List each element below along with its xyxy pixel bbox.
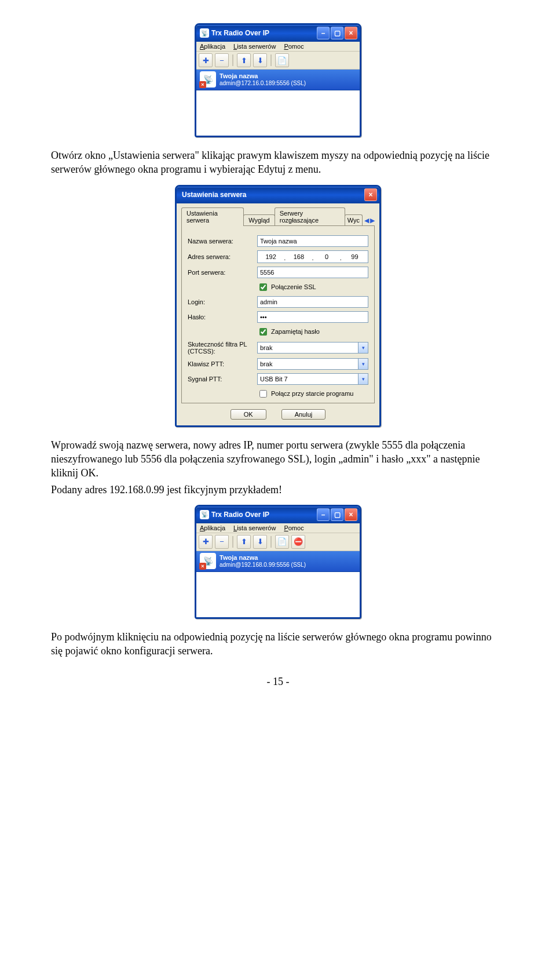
up-icon[interactable]: ⬆ [237,53,251,67]
app-icon: 📡 [200,510,209,519]
tab-clipped[interactable]: Wyc [345,214,363,225]
label-port: Port serwera: [188,269,253,276]
chevron-down-icon[interactable]: ▾ [358,374,368,384]
tab-panel: Nazwa serwera: Adres serwera: . . . Port… [181,225,375,403]
port-input[interactable] [257,267,368,278]
maximize-button[interactable]: ▢ [331,27,343,39]
app-icon: 📡 [200,28,209,38]
label-filter: Skuteczność filtra PL (CTCSS): [188,341,253,355]
cancel-button[interactable]: Anuluj [281,409,326,420]
add-icon[interactable]: ✚ [199,53,213,67]
label-sig: Sygnał PTT: [188,376,253,382]
ssl-checkbox[interactable] [259,283,267,291]
remove-icon[interactable]: − [215,535,229,549]
menu-pomoc[interactable]: Pomoc [284,524,303,531]
menu-lista[interactable]: Lista serwerów [233,43,276,50]
tabs-scroll-left-icon[interactable]: ◀ [364,217,369,224]
window-title: Trx Radio Over IP [211,29,314,37]
label-name: Nazwa serwera: [188,238,253,245]
down-icon[interactable]: ⬇ [253,53,267,67]
server-name-input[interactable] [257,235,368,247]
paragraph-2b: Podany adres 192.168.0.99 jest fikcyjnym… [51,483,505,497]
toolbar: ✚ − ⬆ ⬇ 📄 [196,52,360,70]
password-input[interactable] [257,311,368,323]
menu-lista[interactable]: Lista serwerów [233,524,276,531]
menu-aplikacja[interactable]: Aplikacja [200,524,225,531]
settings-dialog: Ustawienia serwera × Ustawienia serwera … [175,185,381,427]
error-badge-icon: × [199,81,206,88]
login-input[interactable] [257,296,368,308]
main-window-2: 📡 Trx Radio Over IP – ▢ × Aplikacja List… [195,505,361,619]
up-icon[interactable]: ⬆ [237,535,251,549]
client-area [196,572,360,617]
server-list-item[interactable]: 📡× Twoja nazwa admin@172.16.0.189:5556 (… [196,70,360,90]
tabs-scroll-right-icon[interactable]: ▶ [370,217,375,224]
chevron-down-icon[interactable]: ▾ [358,343,368,353]
ptt-select[interactable] [257,358,368,370]
minimize-button[interactable]: – [317,508,330,521]
close-button[interactable]: × [345,508,357,521]
filter-select[interactable] [257,342,368,354]
ip-octet-2[interactable] [314,251,340,263]
ip-input[interactable]: . . . [257,250,368,263]
paragraph-1: Otwórz okno „Ustawienia serwera" klikają… [51,148,505,177]
titlebar[interactable]: 📡 Trx Radio Over IP – ▢ × [196,507,360,523]
window-title: Trx Radio Over IP [211,511,314,519]
doc-icon[interactable]: 📄 [275,535,289,549]
ip-octet-1[interactable] [286,251,312,263]
dialog-close-button[interactable]: × [364,188,377,201]
signal-select[interactable] [257,373,368,385]
doc-icon[interactable]: 📄 [275,53,289,67]
label-addr: Adres serwera: [188,253,253,260]
tab-strip: Ustawienia serwera Wygląd Serwery rozgła… [181,207,375,226]
titlebar[interactable]: 📡 Trx Radio Over IP – ▢ × [196,25,360,42]
main-window-1: 📡 Trx Radio Over IP – ▢ × Aplikacja List… [195,23,361,137]
paragraph-3: Po podwójnym kliknięciu na odpowiednią p… [51,630,505,658]
server-list-item[interactable]: 📡× Twoja nazwa admin@192.168.0.99:5556 (… [196,551,360,572]
ok-button[interactable]: OK [231,409,266,420]
label-ptt: Klawisz PTT: [188,360,253,367]
menubar[interactable]: Aplikacja Lista serwerów Pomoc [196,523,360,533]
server-address: admin@192.168.0.99:5556 (SSL) [220,562,306,568]
close-button[interactable]: × [345,27,357,39]
chevron-down-icon[interactable]: ▾ [358,359,368,369]
error-badge-icon: × [199,563,206,570]
menu-aplikacja[interactable]: Aplikacja [200,43,225,50]
add-icon[interactable]: ✚ [199,535,213,549]
server-address: admin@172.16.0.189:5556 (SSL) [220,80,306,86]
dialog-title: Ustawienia serwera [180,191,362,199]
remove-icon[interactable]: − [215,53,229,67]
ip-octet-0[interactable] [258,251,284,263]
minimize-button[interactable]: – [317,27,330,39]
down-icon[interactable]: ⬇ [253,535,267,549]
toolbar: ✚ − ⬆ ⬇ 📄 ⛔ [196,533,360,551]
stop-icon[interactable]: ⛔ [291,535,305,549]
menubar[interactable]: Aplikacja Lista serwerów Pomoc [196,42,360,52]
tab-wyglad[interactable]: Wygląd [243,214,275,225]
remember-label: Zapamiętaj hasło [271,328,320,335]
maximize-button[interactable]: ▢ [331,508,343,521]
tab-serwery[interactable]: Serwery rozgłaszające [275,207,345,225]
page-number: - 15 - [51,676,505,688]
ip-octet-3[interactable] [342,251,368,263]
server-name: Twoja nazwa [220,554,258,561]
ssl-label: Połączenie SSL [271,283,316,290]
antenna-icon: 📡× [200,553,216,569]
label-pass: Hasło: [188,314,253,320]
menu-pomoc[interactable]: Pomoc [284,43,303,50]
label-login: Login: [188,298,253,305]
dialog-titlebar[interactable]: Ustawienia serwera × [177,187,379,203]
client-area [196,90,360,136]
antenna-icon: 📡× [200,71,216,88]
tab-ustawienia[interactable]: Ustawienia serwera [181,207,244,226]
server-name: Twoja nazwa [220,72,258,79]
remember-checkbox[interactable] [259,328,267,336]
paragraph-2: Wprowadź swoją nazwę serwera, nowy adres… [51,438,505,480]
connect-start-label: Połącz przy starcie programu [271,390,353,397]
connect-start-checkbox[interactable] [259,390,267,398]
